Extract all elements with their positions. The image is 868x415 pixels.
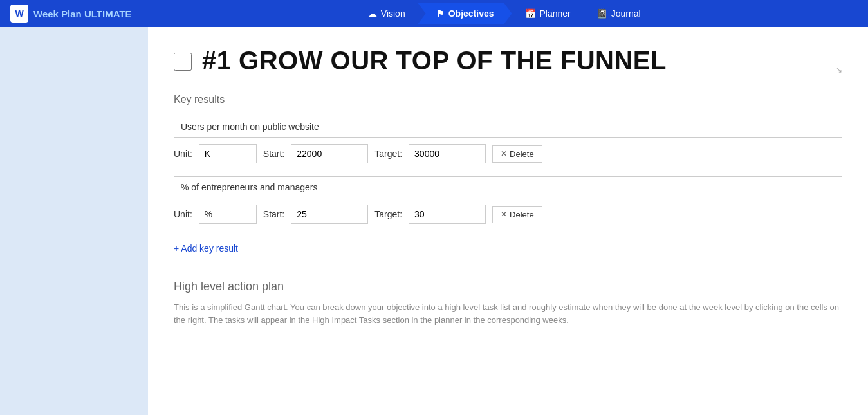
delete-x2-icon: ✕ — [501, 210, 507, 219]
kr1-unit-label: Unit: — [174, 149, 192, 159]
tab-vision[interactable]: ☁ Vision — [355, 3, 418, 24]
objective-title: #1 GROW OUR TOP OF THE FUNNEL — [202, 46, 667, 75]
action-plan-title: High level action plan — [174, 280, 842, 293]
tab-vision-label: Vision — [381, 8, 405, 19]
tab-journal[interactable]: 📓 Journal — [584, 3, 654, 24]
brand-logo[interactable]: W Week Plan ULTIMATE — [10, 5, 132, 23]
objective-header: #1 GROW OUR TOP OF THE FUNNEL ↘ — [174, 46, 842, 75]
kr1-delete-button[interactable]: ✕ Delete — [492, 145, 542, 163]
kr1-name-input[interactable] — [174, 116, 842, 138]
kr2-start-label: Start: — [263, 209, 284, 219]
main-content: #1 GROW OUR TOP OF THE FUNNEL ↘ Key resu… — [148, 27, 868, 415]
kr2-target-label: Target: — [374, 209, 402, 219]
add-key-result-label: + Add key result — [174, 243, 238, 254]
tab-journal-label: Journal — [611, 8, 641, 19]
kr1-start-label: Start: — [263, 149, 284, 159]
delete-x-icon: ✕ — [501, 149, 507, 158]
planner-icon: 📅 — [525, 8, 536, 19]
kr2-fields: Unit: Start: Target: ✕ Delete — [174, 205, 842, 224]
key-result-2: Unit: Start: Target: ✕ Delete — [174, 176, 842, 224]
key-results-title: Key results — [174, 94, 842, 106]
kr1-target-input[interactable] — [409, 144, 486, 163]
action-plan-description: This is a simplified Gantt chart. You ca… — [174, 301, 842, 326]
kr2-start-input[interactable] — [291, 205, 368, 224]
kr2-unit-input[interactable] — [199, 205, 257, 224]
main-layout: #1 GROW OUR TOP OF THE FUNNEL ↘ Key resu… — [0, 27, 868, 415]
key-result-1: Unit: Start: Target: ✕ Delete — [174, 116, 842, 163]
tab-planner[interactable]: 📅 Planner — [512, 3, 584, 24]
resize-handle[interactable]: ↘ — [836, 66, 842, 75]
nav-tabs: ☁ Vision ⚑ Objectives 📅 Planner 📓 Journa… — [151, 3, 858, 24]
kr1-fields: Unit: Start: Target: ✕ Delete — [174, 144, 842, 163]
kr2-target-input[interactable] — [409, 205, 486, 224]
objective-checkbox[interactable] — [174, 53, 192, 71]
tab-planner-label: Planner — [540, 8, 571, 19]
kr2-delete-label: Delete — [510, 210, 534, 219]
brand-icon: W — [10, 5, 28, 23]
kr2-delete-button[interactable]: ✕ Delete — [492, 206, 542, 223]
objectives-icon: ⚑ — [436, 8, 445, 19]
kr1-start-input[interactable] — [291, 144, 368, 163]
tab-objectives[interactable]: ⚑ Objectives — [418, 3, 512, 24]
vision-icon: ☁ — [368, 8, 377, 19]
brand-name: Week Plan ULTIMATE — [33, 8, 132, 19]
journal-icon: 📓 — [596, 8, 607, 19]
kr1-target-label: Target: — [374, 149, 402, 159]
tab-objectives-label: Objectives — [448, 8, 494, 19]
key-results-section: Key results Unit: Start: Target: ✕ Delet… — [174, 94, 842, 254]
kr1-unit-input[interactable] — [199, 144, 257, 163]
action-plan-section: High level action plan This is a simplif… — [174, 280, 842, 326]
kr2-unit-label: Unit: — [174, 209, 192, 219]
kr2-name-input[interactable] — [174, 176, 842, 198]
add-key-result-button[interactable]: + Add key result — [174, 243, 238, 254]
sidebar — [0, 27, 148, 415]
kr1-delete-label: Delete — [510, 149, 534, 159]
top-navigation: W Week Plan ULTIMATE ☁ Vision ⚑ Objectiv… — [0, 0, 868, 27]
